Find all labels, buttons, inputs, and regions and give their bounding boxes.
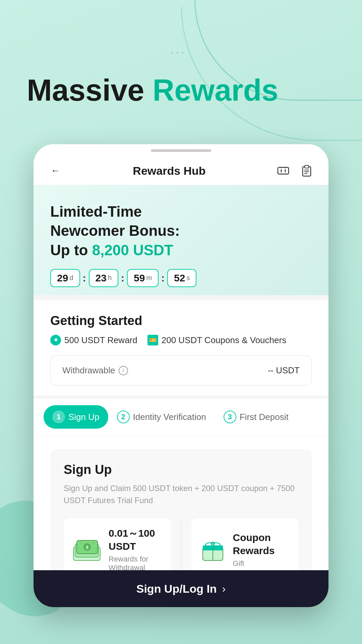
svg-text:?: ? (81, 542, 83, 545)
svg-point-2 (285, 170, 286, 171)
reward-item-cash-text: 0.01～100USDT Rewards for Withdrawal (109, 527, 163, 572)
sep3: : (161, 272, 165, 284)
getting-started-title: Getting Started (50, 314, 312, 328)
countdown-hours: 23h (89, 269, 119, 287)
svg-rect-4 (305, 165, 309, 168)
back-button[interactable]: ← (47, 162, 64, 179)
getting-started-section: Getting Started ✦ 500 USDT Reward 🎫 200 … (34, 300, 328, 395)
svg-text:$: $ (86, 545, 88, 550)
section-divider-1 (34, 295, 328, 300)
banner-line3-prefix: Up to (50, 242, 92, 258)
bg-dots: ··· (171, 47, 187, 58)
tabs-row: 1 Sign Up 2 Identity Verification 3 Firs… (44, 398, 318, 435)
app-header: ← Rewards Hub (34, 157, 328, 185)
coupon-label: Gift (233, 559, 291, 568)
cash-label: Rewards for Withdrawal (109, 555, 163, 572)
sep1: : (83, 272, 86, 284)
svg-rect-0 (278, 167, 289, 174)
clipboard-icon[interactable] (298, 162, 315, 179)
promo-banner: Limited-Time Newcomer Bonus: Up to 8,200… (34, 185, 328, 295)
info-icon[interactable]: i (119, 366, 128, 375)
banner-line1: Limited-Time (50, 203, 142, 220)
gift-icon: ✦ (50, 335, 61, 345)
hero-title: Massive Rewards (27, 74, 278, 107)
cta-arrow-icon: › (222, 583, 226, 595)
sep2: : (121, 272, 124, 284)
svg-text:?: ? (92, 542, 94, 545)
status-bar-notch (151, 149, 211, 152)
tabs-section: 1 Sign Up 2 Identity Verification 3 Firs… (34, 398, 328, 436)
tab-first-deposit[interactable]: 3 First Deposit (215, 405, 297, 429)
signup-card-title: Sign Up (64, 463, 298, 477)
header-title: Rewards Hub (64, 164, 275, 177)
signup-card-desc: Sign Up and Claim 500 USDT token + 200 U… (64, 482, 298, 506)
reward-badges: ✦ 500 USDT Reward 🎫 200 USDT Coupons & V… (50, 335, 312, 345)
tab-signup[interactable]: 1 Sign Up (44, 405, 108, 429)
countdown-days: 29d (50, 269, 80, 287)
badge-coupon-text: 200 USDT Coupons & Vouchers (162, 335, 286, 345)
tab-identity-verification[interactable]: 2 Identity Verification (108, 405, 215, 429)
countdown-seconds: 52s (167, 269, 196, 287)
badge-coupon: 🎫 200 USDT Coupons & Vouchers (147, 335, 286, 345)
status-bar (34, 144, 328, 157)
badge-usdt-text: 500 USDT Reward (64, 335, 137, 345)
coupon-item-icon: ₿ (199, 536, 226, 563)
ticket-icon[interactable] (275, 162, 292, 179)
countdown-timer: 29d : 23h : 59m : 52s (50, 269, 312, 287)
svg-point-1 (281, 170, 282, 171)
tab-label-signup: Sign Up (68, 412, 100, 422)
reward-item-coupon-text: Coupon Rewards Gift (233, 531, 291, 568)
coupon-badge-icon: 🎫 (147, 335, 158, 345)
tab-num-1: 1 (52, 411, 65, 423)
hero-title-green: Rewards (153, 73, 278, 107)
header-icons (275, 162, 315, 179)
banner-amount: 8,200 USDT (92, 242, 173, 258)
withdrawable-box: Withdrawable i -- USDT (50, 356, 312, 385)
withdrawable-label-area: Withdrawable i (62, 365, 128, 376)
hero-title-black: Massive (27, 73, 153, 107)
badge-usdt-reward: ✦ 500 USDT Reward (50, 335, 137, 345)
cta-label: Sign Up/Log In (136, 582, 217, 595)
tab-label-deposit: First Deposit (240, 412, 289, 422)
banner-line2: Newcomer Bonus: (50, 222, 180, 239)
withdrawable-label: Withdrawable (62, 365, 115, 376)
tab-num-2: 2 (117, 411, 130, 423)
tab-num-3: 3 (224, 411, 236, 423)
section-divider-2 (34, 395, 328, 398)
cash-icon: $ ? ? (72, 536, 102, 563)
cta-button[interactable]: Sign Up/Log In › (34, 570, 328, 607)
withdrawable-value: -- USDT (268, 365, 300, 376)
banner-text: Limited-Time Newcomer Bonus: Up to 8,200… (50, 202, 312, 260)
cash-amount: 0.01～100USDT (109, 527, 163, 553)
countdown-minutes: 59m (127, 269, 159, 287)
phone-frame: ← Rewards Hub (34, 144, 328, 607)
tab-label-identity: Identity Verification (133, 412, 206, 422)
coupon-title: Coupon Rewards (233, 531, 291, 557)
